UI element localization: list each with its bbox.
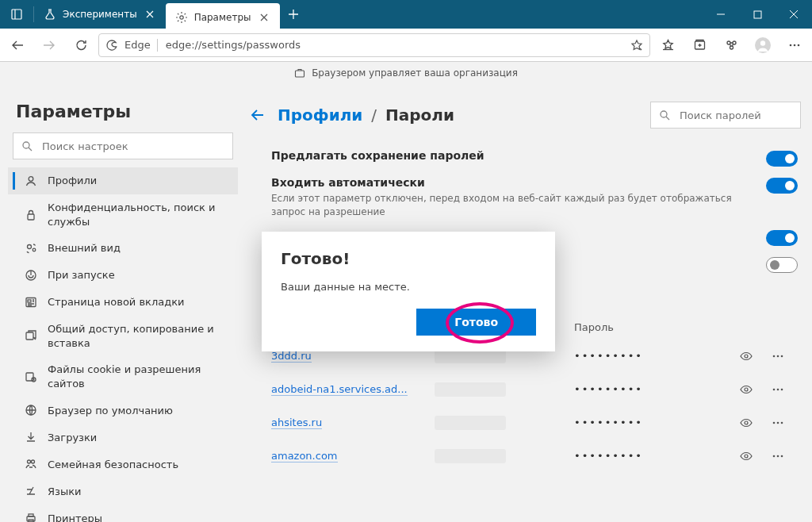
svg-point-48 [777, 455, 779, 457]
sidebar-item[interactable]: Принтеры [8, 505, 238, 522]
nav-item-label: Общий доступ, копирование и вставка [48, 322, 228, 350]
address-bar[interactable]: Edge [98, 33, 650, 57]
sidebar-item[interactable]: Семейная безопасность [8, 451, 238, 478]
setting-toggle[interactable] [766, 151, 798, 167]
nav-item-icon [24, 430, 38, 444]
row-more-button[interactable] [768, 346, 788, 367]
sidebar-item[interactable]: Файлы cookie и разрешения сайтов [8, 356, 238, 397]
svg-point-44 [777, 421, 779, 424]
back-button[interactable] [3, 31, 32, 59]
settings-search[interactable] [13, 132, 233, 159]
settings-search-input[interactable] [40, 140, 224, 153]
dialog-done-button[interactable]: Готово [416, 309, 536, 336]
forward-button[interactable] [35, 31, 63, 59]
org-managed-banner: Браузером управляет ваша организация [0, 62, 812, 84]
breadcrumb-parent-link[interactable]: Профили [278, 106, 362, 125]
org-managed-text: Браузером управляет ваша организация [312, 67, 518, 79]
passwords-search-input[interactable] [678, 109, 804, 122]
sidebar-title: Параметры [16, 102, 230, 121]
password-site-link[interactable]: amazon.com [271, 450, 338, 463]
close-icon[interactable] [258, 11, 270, 24]
tab-label: Параметры [194, 12, 251, 23]
svg-point-49 [781, 455, 783, 457]
password-site-link[interactable]: 3ddd.ru [271, 350, 312, 363]
breadcrumb-current: Пароли [385, 106, 454, 125]
breadcrumb-back-button[interactable] [249, 106, 266, 124]
password-site-link[interactable]: ahsites.ru [271, 416, 322, 429]
nav-item-icon [24, 241, 38, 255]
nav-item-label: Страница новой вкладки [48, 295, 228, 309]
tab-settings[interactable]: Параметры [166, 3, 280, 32]
sidebar-item[interactable]: Браузер по умолчанию [8, 397, 238, 424]
svg-point-37 [781, 355, 783, 357]
svg-point-6 [727, 41, 730, 44]
svg-point-39 [773, 388, 776, 390]
svg-rect-0 [12, 10, 21, 19]
password-site-link[interactable]: adobeid-na1.services.ad... [271, 383, 408, 396]
search-icon [659, 109, 670, 121]
extensions-button[interactable] [717, 31, 745, 59]
settings-sidebar: Параметры ПрофилиКонфиденциальность, пои… [8, 90, 238, 516]
setting-title: Входить автоматически [271, 176, 755, 189]
new-tab-button[interactable] [280, 0, 307, 29]
sidebar-item[interactable]: Языки [8, 478, 238, 505]
favorites-button[interactable] [653, 31, 682, 59]
tab-experiments[interactable]: Эксперименты [34, 0, 166, 29]
setting-toggle[interactable] [766, 257, 798, 273]
nav-item-icon [24, 457, 38, 471]
window-close-button[interactable] [776, 0, 812, 29]
password-masked: ••••••••• [574, 416, 731, 428]
reveal-password-button[interactable] [736, 413, 756, 433]
row-more-button[interactable] [768, 446, 788, 466]
passwords-search[interactable] [650, 102, 801, 129]
window-maximize-button[interactable] [739, 0, 776, 29]
collections-button[interactable] [685, 31, 714, 59]
sidebar-item[interactable]: Страница новой вкладки [8, 289, 238, 316]
svg-point-28 [32, 460, 35, 463]
tab-label: Эксперименты [63, 9, 137, 20]
row-more-button[interactable] [768, 379, 788, 400]
close-icon[interactable] [144, 8, 156, 21]
svg-rect-17 [28, 214, 34, 220]
reveal-password-button[interactable] [736, 346, 756, 367]
password-row: amazon.com••••••••• [249, 439, 801, 473]
nav-item-label: Браузер по умолчанию [48, 404, 228, 418]
sidebar-item[interactable]: При запуске [8, 262, 238, 289]
svg-point-18 [28, 245, 32, 249]
reveal-password-button[interactable] [736, 379, 756, 400]
nav-item-icon [24, 174, 38, 188]
url-input[interactable] [164, 38, 624, 52]
svg-point-8 [730, 46, 733, 49]
menu-button[interactable] [780, 31, 809, 59]
nav-item-label: Принтеры [48, 512, 228, 523]
reload-button[interactable] [67, 31, 95, 59]
nav-item-icon [24, 484, 38, 498]
svg-point-38 [745, 388, 748, 391]
svg-point-16 [29, 177, 33, 182]
svg-point-36 [777, 355, 779, 357]
setting-toggle[interactable] [766, 178, 798, 194]
dialog-title: Готово! [281, 249, 536, 268]
password-masked: ••••••••• [574, 383, 731, 395]
nav-item-label: Файлы cookie и разрешения сайтов [48, 363, 228, 390]
nav-item-icon [24, 511, 38, 522]
sidebar-item[interactable]: Профили [8, 167, 238, 194]
sidebar-item[interactable]: Внешний вид [8, 235, 238, 262]
sidebar-item[interactable]: Загрузки [8, 424, 238, 451]
profile-avatar[interactable] [749, 31, 777, 59]
row-more-button[interactable] [768, 413, 788, 433]
nav-item-icon [24, 208, 38, 222]
dialog-body: Ваши данные на месте. [281, 281, 536, 293]
reveal-password-button[interactable] [736, 446, 756, 466]
svg-rect-23 [26, 332, 33, 340]
tab-actions-icon[interactable] [0, 0, 33, 29]
sidebar-item[interactable]: Конфиденциальность, поиск и службы [8, 194, 238, 235]
flask-icon [44, 8, 56, 21]
nav-item-label: При запуске [48, 268, 228, 282]
window-minimize-button[interactable] [703, 0, 739, 29]
svg-point-40 [777, 388, 779, 390]
favorite-star-icon[interactable] [630, 39, 643, 52]
setting-toggle[interactable] [766, 230, 798, 246]
password-masked: ••••••••• [574, 450, 731, 462]
sidebar-item[interactable]: Общий доступ, копирование и вставка [8, 316, 238, 356]
